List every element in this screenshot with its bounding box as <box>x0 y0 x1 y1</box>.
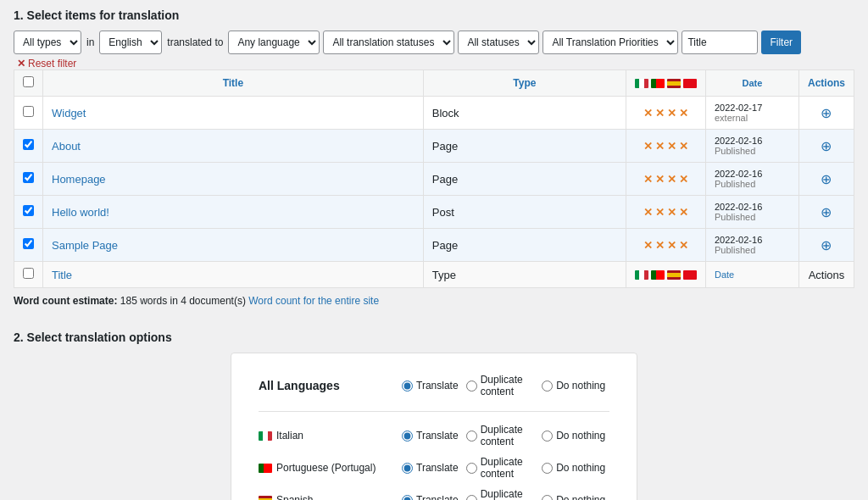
row-checkbox[interactable] <box>23 205 34 216</box>
row-action[interactable]: ⊕ <box>798 130 854 163</box>
it-translate-label: Translate <box>416 430 459 442</box>
it-duplicate-label: Duplicate content <box>481 424 538 447</box>
header-title: Title <box>43 70 424 97</box>
row-flags: ✕ ✕ ✕ ✕ <box>626 97 705 130</box>
row-date: 2022-02-16Published <box>705 163 798 196</box>
all-languages-label: All Languages <box>259 379 394 392</box>
flag-status-pt: ✕ <box>655 173 665 186</box>
header-actions: Actions <box>798 70 854 97</box>
it-nothing-radio[interactable] <box>542 431 553 442</box>
add-translation-icon[interactable]: ⊕ <box>821 238 832 253</box>
flag-status-tr: ✕ <box>679 140 688 153</box>
row-action[interactable]: ⊕ <box>798 196 854 229</box>
pt-nothing-label: Do nothing <box>556 462 605 474</box>
row-checkbox[interactable] <box>23 238 34 249</box>
select-all-checkbox[interactable] <box>23 76 34 87</box>
add-translation-icon[interactable]: ⊕ <box>821 106 832 120</box>
es-nothing-label: Do nothing <box>556 494 605 500</box>
row-title[interactable]: Widget <box>43 97 424 130</box>
row-flags: ✕ ✕ ✕ ✕ <box>626 196 705 229</box>
add-translation-icon[interactable]: ⊕ <box>821 172 832 186</box>
row-flags: ✕ ✕ ✕ ✕ <box>626 163 705 196</box>
target-language-filter[interactable]: Any language Italian Spanish <box>228 31 320 54</box>
italian-label: Italian <box>276 430 303 442</box>
footer-flag-portuguese <box>651 270 665 280</box>
flag-spanish <box>667 79 681 88</box>
flag-status-es: ✕ <box>667 206 676 219</box>
flag-status-it: ✕ <box>643 239 653 252</box>
es-duplicate-radio[interactable] <box>466 495 477 501</box>
pt-duplicate-radio[interactable] <box>466 463 477 474</box>
word-count-label: Word count estimate: <box>14 295 117 307</box>
row-action[interactable]: ⊕ <box>798 229 854 262</box>
es-nothing-radio[interactable] <box>542 495 553 501</box>
flag-status-it: ✕ <box>643 107 653 119</box>
footer-title: Title <box>43 262 424 288</box>
flag-status-tr: ✕ <box>679 206 688 219</box>
all-duplicate-radio[interactable] <box>466 381 477 392</box>
language-filter[interactable]: English French <box>99 31 162 54</box>
table-row: Widget Block ✕ ✕ ✕ ✕ 2022-02-17external … <box>14 97 854 130</box>
row-date: 2022-02-16Published <box>705 229 798 262</box>
footer-type: Type <box>423 262 626 288</box>
row-title[interactable]: Sample Page <box>43 229 424 262</box>
type-filter[interactable]: All types Page Post Block <box>14 31 81 54</box>
row-title[interactable]: Homepage <box>43 163 424 196</box>
pt-translate-radio[interactable] <box>402 463 413 474</box>
flag-status-it: ✕ <box>643 206 653 219</box>
es-translate-radio[interactable] <box>402 495 413 501</box>
all-translate-radio[interactable] <box>402 381 413 392</box>
row-checkbox[interactable] <box>23 139 34 150</box>
filter-bar: All types Page Post Block in English Fre… <box>14 31 854 69</box>
pt-duplicate-label: Duplicate content <box>481 456 538 480</box>
header-nothing-col: Do nothing <box>537 374 609 397</box>
translation-status-filter[interactable]: All translation statuses Translated Not … <box>323 31 454 54</box>
row-title[interactable]: Hello world! <box>43 196 424 229</box>
flag-status-it: ✕ <box>643 173 653 186</box>
header-flags <box>626 70 705 97</box>
flag-status-pt: ✕ <box>655 140 665 153</box>
row-date: 2022-02-16Published <box>705 130 798 163</box>
reset-filter-label: Reset filter <box>28 58 76 69</box>
pt-nothing-radio[interactable] <box>542 463 553 474</box>
row-date: 2022-02-16Published <box>705 196 798 229</box>
flag-portuguese <box>651 79 665 88</box>
footer-checkbox[interactable] <box>23 268 34 279</box>
add-translation-icon[interactable]: ⊕ <box>821 205 832 219</box>
reset-filter-button[interactable]: ✕ Reset filter <box>14 58 80 69</box>
flag-es-small <box>259 496 272 501</box>
es-translate-label: Translate <box>416 494 459 500</box>
row-action[interactable]: ⊕ <box>798 163 854 196</box>
filter-button[interactable]: Filter <box>761 31 801 54</box>
row-type: Page <box>423 229 626 262</box>
flag-status-tr: ✕ <box>679 107 688 119</box>
word-count-link[interactable]: Word count for the entire site <box>248 295 379 307</box>
flag-status-pt: ✕ <box>655 107 665 119</box>
row-type: Post <box>423 196 626 229</box>
table-row: Hello world! Post ✕ ✕ ✕ ✕ 2022-02-16Publ… <box>14 196 854 229</box>
footer-actions: Actions <box>798 262 854 288</box>
options-header: All Languages Translate Duplicate conten… <box>259 374 609 397</box>
section2: 2. Select translation options All Langua… <box>14 331 854 500</box>
status-filter[interactable]: All statuses Published Draft <box>458 31 539 54</box>
search-input[interactable] <box>682 31 758 54</box>
nothing-col-label: Do nothing <box>556 380 605 392</box>
it-nothing-label: Do nothing <box>556 430 605 442</box>
section2-title: 2. Select translation options <box>14 331 854 344</box>
it-duplicate-radio[interactable] <box>466 431 477 442</box>
footer-flag-turkish <box>683 270 697 280</box>
add-translation-icon[interactable]: ⊕ <box>821 139 832 153</box>
translate-col-label: Translate <box>416 380 459 392</box>
all-nothing-radio[interactable] <box>542 381 553 392</box>
row-checkbox[interactable] <box>23 106 34 117</box>
flag-italian <box>635 79 648 88</box>
row-title[interactable]: About <box>43 130 424 163</box>
row-action[interactable]: ⊕ <box>798 97 854 130</box>
it-translate-radio[interactable] <box>402 431 413 442</box>
flag-status-es: ✕ <box>667 140 676 153</box>
priority-filter[interactable]: All Translation Priorities High Normal <box>542 31 678 54</box>
es-duplicate-label: Duplicate content <box>481 488 538 500</box>
row-flags: ✕ ✕ ✕ ✕ <box>626 130 705 163</box>
row-checkbox[interactable] <box>23 172 34 183</box>
flag-status-pt: ✕ <box>655 206 665 219</box>
